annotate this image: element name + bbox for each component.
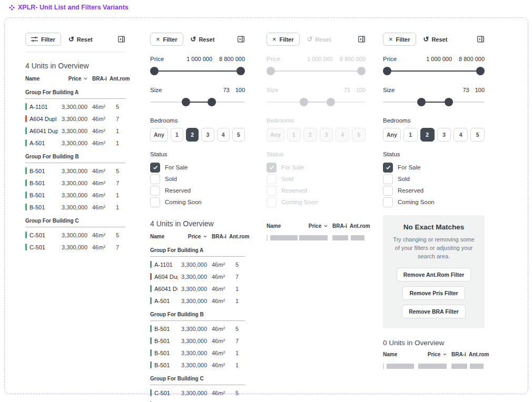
filter-button[interactable]: × Filter bbox=[267, 33, 300, 46]
unit-row[interactable]: C-501 3,300,000 46m² 5 bbox=[150, 387, 245, 399]
bedrooms-option-1[interactable]: 1 bbox=[171, 128, 183, 142]
unit-row[interactable]: C-501 3,300,000 46m² 7 bbox=[150, 399, 245, 402]
check-icon bbox=[153, 165, 158, 170]
filter-button[interactable]: Filter bbox=[25, 33, 61, 46]
size-slider-handle-min[interactable] bbox=[182, 98, 190, 106]
chevron-down-icon bbox=[203, 235, 207, 238]
status-bar bbox=[25, 167, 27, 174]
remove-antrom-filter-button[interactable]: Remove Ant.Rom Filter bbox=[397, 268, 471, 282]
unit-row[interactable]: A6041 Dup 3,300,000 46m² 1 bbox=[25, 125, 125, 137]
col-price-sort[interactable]: Price bbox=[178, 234, 207, 239]
checkbox bbox=[267, 186, 277, 196]
empty-units-count-heading: 0 Units in Overview bbox=[383, 339, 485, 347]
price-slider-handle-max[interactable] bbox=[476, 67, 485, 75]
price-slider-handle-min[interactable] bbox=[150, 67, 159, 75]
checkbox[interactable] bbox=[150, 174, 160, 184]
unit-row[interactable]: A-501 3,300,000 46m² 1 bbox=[25, 137, 125, 149]
remove-bra-filter-button[interactable]: Remove BRA Filter bbox=[402, 305, 466, 318]
bedrooms-option-3[interactable]: 3 bbox=[437, 128, 451, 142]
filter-button[interactable]: × Filter bbox=[383, 33, 416, 46]
units-count-heading: 4 Units in Overview bbox=[25, 62, 125, 70]
status-bar bbox=[25, 204, 27, 210]
status-option-reserved[interactable]: Reserved bbox=[383, 186, 485, 195]
status-option-coming-soon[interactable]: Coming Soon bbox=[383, 197, 485, 207]
collapse-panel-button[interactable] bbox=[477, 35, 485, 43]
unit-row[interactable]: A-1101 3,300,000 46m² 5 bbox=[150, 258, 245, 270]
no-matches-title: No Exact Matches bbox=[388, 223, 479, 231]
collapse-panel-button[interactable] bbox=[237, 35, 245, 43]
status-bar bbox=[150, 325, 152, 332]
price-filter-disabled: Price 1 000 0008 800 000 bbox=[267, 56, 366, 75]
status-bar bbox=[25, 139, 27, 146]
size-slider-handle-min bbox=[300, 98, 308, 106]
unit-row[interactable]: B-501 3,300,000 46m² 1 bbox=[25, 189, 125, 201]
unit-row[interactable]: B-501 3,300,000 46m² 5 bbox=[150, 323, 245, 335]
unit-row[interactable]: C-501 3,300,000 46m² 5 bbox=[25, 229, 125, 241]
group-header: Group For Building B bbox=[25, 149, 125, 163]
col-price-sort[interactable]: Price bbox=[417, 351, 447, 357]
unit-row[interactable]: B-501 3,300,000 46m² 5 bbox=[25, 165, 125, 177]
checkbox[interactable] bbox=[383, 186, 393, 196]
checkbox[interactable] bbox=[150, 186, 160, 196]
unit-row[interactable]: A604 Dupl 3,300,000 46m² 7 bbox=[25, 113, 125, 125]
reset-button-label: Reset bbox=[77, 36, 93, 43]
status-option-for-sale[interactable]: For Sale bbox=[150, 163, 245, 172]
reset-button[interactable]: ↺ Reset bbox=[68, 36, 93, 43]
price-slider-handle-max[interactable] bbox=[237, 67, 245, 75]
unit-row[interactable]: A-501 3,300,000 46m² 1 bbox=[150, 295, 245, 307]
unit-row[interactable]: B-501 3,300,000 46m² 7 bbox=[25, 177, 125, 189]
bedrooms-option-1[interactable]: 1 bbox=[403, 128, 418, 142]
status-option-sold[interactable]: Sold bbox=[150, 174, 245, 184]
reset-button[interactable]: ↺ Reset bbox=[191, 36, 215, 43]
bedrooms-option-4[interactable]: 4 bbox=[454, 128, 468, 142]
reset-button[interactable]: ↺ Reset bbox=[423, 36, 448, 43]
bedrooms-option-any[interactable]: Any bbox=[150, 128, 168, 142]
bedrooms-option-5[interactable]: 5 bbox=[232, 128, 245, 142]
size-slider bbox=[150, 98, 245, 106]
status-option-for-sale[interactable]: For Sale bbox=[383, 163, 485, 172]
unit-row[interactable]: B-501 3,300,000 46m² 1 bbox=[150, 359, 245, 371]
bedrooms-option-any[interactable]: Any bbox=[383, 128, 401, 142]
bedrooms-option-4[interactable]: 4 bbox=[217, 128, 230, 142]
chevron-down-icon bbox=[443, 353, 447, 356]
bedrooms-option-2[interactable]: 2 bbox=[420, 128, 435, 142]
size-slider-handle-min[interactable] bbox=[417, 98, 426, 106]
status-bar bbox=[150, 273, 152, 280]
filter-button[interactable]: × Filter bbox=[150, 33, 183, 46]
bedrooms-option-2[interactable]: 2 bbox=[186, 128, 199, 142]
status-bar bbox=[150, 337, 152, 344]
price-slider-handle-min[interactable] bbox=[383, 67, 391, 75]
close-icon: × bbox=[272, 36, 277, 43]
status-option-sold[interactable]: Sold bbox=[383, 174, 485, 184]
unit-row[interactable]: A6041 Dup 3,300,000 46m² 1 bbox=[150, 283, 245, 295]
remove-pris-filter-button[interactable]: Remove Pris Filter bbox=[402, 286, 465, 300]
unit-row[interactable]: A-1101 3,300,000 46m² 5 bbox=[25, 100, 125, 113]
col-price-sort[interactable]: Price bbox=[58, 76, 87, 82]
bedrooms-option-5[interactable]: 5 bbox=[470, 128, 485, 142]
size-slider-handle-max[interactable] bbox=[208, 98, 216, 106]
unit-row[interactable]: B-501 3,300,000 46m² 7 bbox=[150, 335, 245, 347]
bedrooms-option-5: 5 bbox=[352, 128, 366, 142]
size-filter: Size 73100 bbox=[383, 87, 485, 106]
checkbox[interactable] bbox=[383, 174, 393, 184]
status-option-reserved[interactable]: Reserved bbox=[150, 186, 245, 195]
checkbox[interactable] bbox=[383, 197, 393, 207]
unit-row[interactable]: C-501 3,300,000 46m² 7 bbox=[25, 241, 125, 253]
unit-row[interactable]: A604 Dupl 3,300,000 46m² 7 bbox=[150, 270, 245, 283]
size-slider bbox=[383, 98, 485, 106]
unit-row[interactable]: B-501 3,300,000 46m² 1 bbox=[150, 347, 245, 359]
reset-icon: ↺ bbox=[68, 36, 74, 43]
unit-row[interactable]: B-501 3,300,000 46m² 1 bbox=[25, 201, 125, 213]
group-header: Group For Building A bbox=[150, 243, 245, 257]
collapse-panel-button[interactable] bbox=[117, 35, 125, 43]
check-icon bbox=[269, 165, 274, 170]
status-bar bbox=[25, 127, 27, 134]
checkbox[interactable] bbox=[150, 197, 160, 207]
bedrooms-option-3[interactable]: 3 bbox=[201, 128, 214, 142]
status-filter: Status For Sale Sold Reserved Coming Soo… bbox=[150, 151, 245, 207]
size-slider-handle-max[interactable] bbox=[445, 98, 453, 106]
checkbox-checked[interactable] bbox=[150, 163, 160, 173]
checkbox-checked[interactable] bbox=[383, 163, 393, 173]
collapse-panel-button[interactable] bbox=[358, 35, 366, 43]
status-option-coming-soon[interactable]: Coming Soon bbox=[150, 197, 245, 207]
